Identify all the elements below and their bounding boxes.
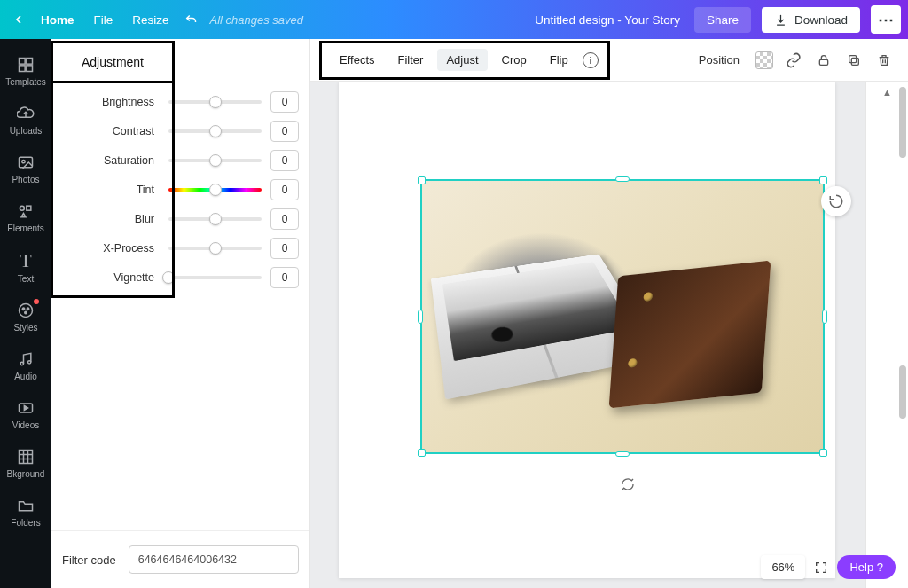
slider-thumb[interactable] — [209, 184, 222, 196]
adjust-value[interactable]: 0 — [270, 238, 299, 259]
background-icon — [17, 448, 35, 466]
styles-icon — [17, 302, 35, 319]
rail-folders[interactable]: Folders — [0, 489, 51, 536]
home-button[interactable]: Home — [32, 8, 83, 32]
slider-thumb[interactable] — [209, 154, 222, 167]
adjust-slider-tint[interactable] — [168, 182, 262, 198]
rail-photos[interactable]: Photos — [0, 145, 51, 192]
transparency-button[interactable] — [755, 51, 773, 69]
duplicate-icon[interactable] — [844, 51, 864, 70]
adjust-button[interactable]: Adjust — [437, 49, 487, 71]
share-button[interactable]: Share — [694, 7, 751, 33]
workspace[interactable]: ▲ 66% Help ? — [310, 82, 908, 588]
adjust-slider-brightness[interactable] — [168, 94, 262, 110]
svg-rect-7 — [27, 206, 31, 210]
adjust-value[interactable]: 0 — [270, 179, 299, 200]
flip-button[interactable]: Flip — [541, 49, 577, 71]
rail-background[interactable]: Bkground — [0, 440, 51, 487]
reset-rotate-button[interactable] — [821, 186, 851, 216]
filter-button[interactable]: Filter — [389, 49, 433, 71]
adjust-value[interactable]: 0 — [270, 91, 299, 113]
adjust-value[interactable]: 0 — [270, 208, 299, 230]
fullscreen-icon[interactable] — [814, 561, 828, 575]
zoom-level[interactable]: 66% — [761, 555, 805, 579]
canvas-scroll[interactable] — [310, 82, 865, 588]
download-label: Download — [794, 13, 848, 27]
slider-thumb[interactable] — [209, 125, 222, 137]
resize-menu[interactable]: Resize — [123, 8, 177, 32]
info-icon[interactable]: i — [583, 52, 599, 68]
slider-thumb[interactable] — [209, 213, 222, 225]
position-button[interactable]: Position — [693, 50, 745, 70]
resize-handle-bl[interactable] — [418, 449, 426, 457]
adjust-slider-contrast[interactable] — [168, 123, 262, 139]
rail-videos[interactable]: Videos — [0, 391, 51, 438]
adjust-label: Vignette — [59, 271, 160, 284]
elements-icon — [17, 202, 35, 220]
filter-code-input[interactable] — [129, 545, 299, 574]
slider-thumb[interactable] — [209, 242, 222, 255]
resize-handle-ml[interactable] — [418, 310, 423, 324]
resize-handle-tr[interactable] — [819, 176, 827, 184]
adjust-slider-vignette[interactable] — [168, 270, 262, 286]
svg-point-9 — [22, 308, 25, 310]
download-button[interactable]: Download — [762, 7, 860, 33]
adjust-value[interactable]: 0 — [270, 267, 299, 288]
delete-icon[interactable] — [874, 51, 894, 70]
more-menu-button[interactable]: ⋯ — [871, 5, 901, 34]
rail-styles[interactable]: Styles — [0, 294, 51, 341]
adjust-slider-blur[interactable] — [168, 211, 262, 227]
slider-thumb[interactable] — [162, 271, 175, 284]
svg-rect-18 — [849, 55, 857, 62]
back-icon[interactable] — [7, 12, 30, 27]
adjust-slider-saturation[interactable] — [168, 153, 262, 169]
adjust-row-tint: Tint0 — [59, 178, 299, 201]
svg-point-5 — [22, 161, 25, 163]
adjust-row-vignette: Vignette0 — [59, 266, 299, 289]
photo-leather-journal — [609, 260, 771, 408]
scroll-up-arrow[interactable]: ▲ — [882, 87, 892, 98]
selected-image[interactable] — [420, 179, 825, 454]
main-area: Templates Uploads Photos Elements T Text — [0, 39, 908, 588]
resize-handle-br[interactable] — [819, 449, 827, 457]
help-button[interactable]: Help ? — [837, 555, 896, 579]
canvas-page[interactable] — [339, 82, 835, 578]
slider-thumb[interactable] — [209, 96, 222, 108]
link-icon[interactable] — [784, 51, 803, 70]
file-menu[interactable]: File — [85, 8, 122, 32]
adjust-value[interactable]: 0 — [270, 150, 299, 171]
crop-button[interactable]: Crop — [493, 49, 536, 71]
adjust-row-brightness: Brightness0 — [59, 90, 299, 114]
adjust-label: X-Process — [59, 242, 160, 255]
undo-icon[interactable] — [180, 12, 203, 27]
bottom-bar: 66% Help ? — [761, 555, 896, 579]
context-toolbar: Effects Filter Adjust Crop Flip i Positi… — [310, 39, 908, 82]
adjust-value[interactable]: 0 — [270, 121, 299, 142]
new-badge-dot — [34, 299, 39, 304]
adjust-label: Contrast — [59, 125, 160, 137]
resize-handle-tm[interactable] — [615, 176, 630, 182]
effects-button[interactable]: Effects — [331, 49, 384, 71]
rail-text[interactable]: T Text — [0, 243, 51, 292]
rail-elements[interactable]: Elements — [0, 194, 51, 241]
svg-point-13 — [28, 361, 31, 364]
sync-icon[interactable] — [619, 475, 637, 493]
adjust-label: Blur — [59, 213, 160, 225]
rail-uploads[interactable]: Uploads — [0, 97, 51, 144]
lock-icon[interactable] — [814, 51, 834, 70]
rail-templates[interactable]: Templates — [0, 48, 51, 95]
svg-rect-0 — [20, 59, 26, 65]
svg-rect-2 — [20, 66, 26, 72]
scrollbar-thumb-2[interactable] — [899, 365, 906, 419]
scrollbar-thumb[interactable] — [899, 87, 906, 158]
design-title[interactable]: Untitled design - Your Story — [535, 13, 680, 27]
svg-rect-3 — [27, 66, 33, 72]
svg-rect-15 — [20, 451, 33, 464]
resize-handle-mr[interactable] — [822, 310, 827, 324]
resize-handle-tl[interactable] — [418, 176, 426, 184]
adjust-slider-x-process[interactable] — [168, 240, 262, 256]
filter-code-row: Filter code — [51, 530, 309, 588]
rail-audio[interactable]: Audio — [0, 342, 51, 389]
adjust-row-blur: Blur0 — [59, 208, 299, 231]
resize-handle-bm[interactable] — [615, 451, 630, 457]
